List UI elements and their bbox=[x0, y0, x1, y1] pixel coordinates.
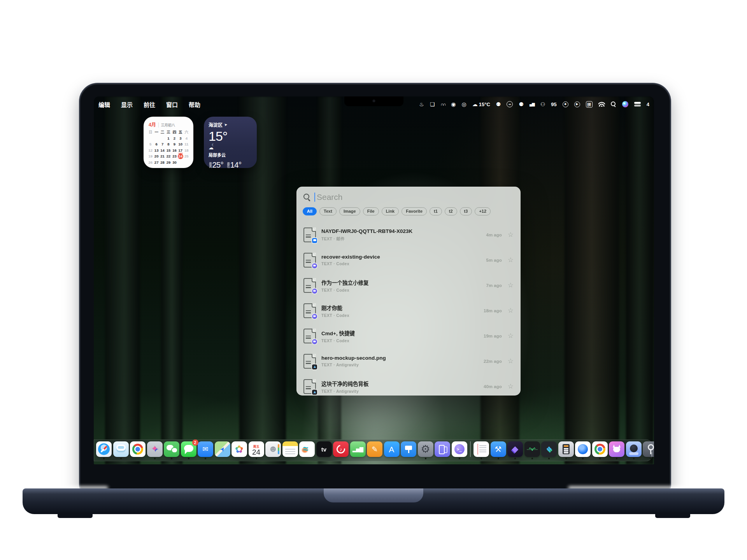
bed-icon[interactable]: ▄▆ bbox=[530, 102, 535, 106]
dock-item-ai-terminal[interactable]: >_ bbox=[452, 441, 467, 459]
calendar-date-30[interactable]: 30 bbox=[172, 160, 177, 165]
dock-item-pages[interactable]: ✎ bbox=[367, 441, 382, 459]
dock-item-wechat[interactable] bbox=[164, 441, 179, 459]
calendar-date-4[interactable]: 4 bbox=[184, 136, 189, 141]
calendar-date-7[interactable]: 7 bbox=[160, 142, 165, 147]
dock-item-mail[interactable]: ✉ bbox=[198, 441, 213, 459]
menu-item-5[interactable]: 帮助 bbox=[189, 100, 200, 108]
calendar-date-2[interactable]: 2 bbox=[172, 136, 177, 141]
wechat-status-icon[interactable]: ⚇ bbox=[540, 102, 545, 107]
dock-item-xcode[interactable]: ⚒ bbox=[491, 441, 506, 459]
search-result-row[interactable]: recover-existing-deviceTEXT · Codex5m ag… bbox=[296, 247, 521, 273]
search-result-row[interactable]: 这块干净的纯色背板TEXT · Antigravity40m ago☆ bbox=[296, 374, 521, 399]
calendar-date-8[interactable]: 8 bbox=[165, 142, 171, 147]
menu-item-3[interactable]: 前往 bbox=[144, 100, 155, 108]
calendar-date-24[interactable]: 24 bbox=[177, 154, 183, 159]
calendar-date-17[interactable]: 17 bbox=[177, 148, 183, 153]
dock-item-chrome-secondary[interactable] bbox=[592, 441, 608, 459]
siri-icon[interactable] bbox=[622, 101, 628, 107]
search-result-row[interactable]: 作为一个独立小修复TEXT · Codex7m ago☆ bbox=[296, 273, 521, 298]
calendar-date-14[interactable]: 14 bbox=[160, 148, 165, 153]
pinyin-input-icon[interactable]: 拼 bbox=[586, 101, 593, 108]
filter-chip-link[interactable]: Link bbox=[382, 207, 399, 215]
dock-item-keynote[interactable] bbox=[401, 441, 416, 459]
dock-item-textedit[interactable] bbox=[473, 441, 489, 459]
search-result-row[interactable]: hero-mockup-second.pngTEXT · Antigravity… bbox=[296, 348, 521, 374]
dock-item-app-store[interactable]: A bbox=[384, 441, 400, 459]
dock-item-safari[interactable] bbox=[96, 441, 112, 459]
filter-chip-t3[interactable]: t3 bbox=[460, 207, 472, 215]
calendar-date-28[interactable]: 28 bbox=[160, 160, 165, 165]
search-input[interactable] bbox=[317, 192, 514, 202]
dock-item-cat[interactable] bbox=[609, 441, 624, 459]
calendar-date-25[interactable]: 25 bbox=[184, 154, 189, 159]
dock-item-messages[interactable]: 2 bbox=[181, 441, 196, 459]
weather-widget[interactable]: 海淀区 ➤ 15° ☁ ☾ 局部多云 最高 25° 最低 14° bbox=[204, 117, 257, 168]
dock-item-clipboard[interactable]: ❖ bbox=[541, 441, 557, 459]
wifi-icon[interactable] bbox=[598, 102, 605, 107]
star-icon[interactable]: ☆ bbox=[508, 332, 514, 339]
calendar-date-29[interactable]: 29 bbox=[165, 160, 171, 165]
calendar-date-26[interactable]: 26 bbox=[147, 160, 153, 165]
filter-chip-text[interactable]: Text bbox=[319, 207, 337, 215]
calendar-date-22[interactable]: 22 bbox=[165, 154, 171, 159]
star-icon[interactable]: ☆ bbox=[508, 257, 514, 263]
adobe-cc-icon[interactable]: ∞ bbox=[507, 101, 513, 107]
star-icon[interactable]: ☆ bbox=[508, 358, 514, 364]
menu-item-2[interactable]: 显示 bbox=[121, 100, 133, 108]
star-icon[interactable]: ☆ bbox=[508, 307, 514, 314]
user-circle-icon[interactable]: ☻ bbox=[563, 102, 568, 107]
dock-item-numbers[interactable]: ▂▅▇ bbox=[350, 441, 366, 459]
clock-partial[interactable]: 4 bbox=[647, 102, 649, 107]
calendar-date-9[interactable]: 9 bbox=[172, 142, 177, 147]
dock-item-notes[interactable] bbox=[282, 441, 298, 459]
cat-icon[interactable]: ⚈ bbox=[519, 102, 524, 107]
calendar-date-11[interactable]: 11 bbox=[184, 142, 189, 147]
filter-chip-file[interactable]: File bbox=[363, 207, 379, 215]
calendar-date-5[interactable]: 5 bbox=[147, 142, 153, 147]
dock-item-calendar[interactable]: 周五24 bbox=[249, 441, 264, 459]
filter-chip-all[interactable]: All bbox=[303, 207, 317, 215]
dock-item-ai-robot[interactable] bbox=[113, 441, 129, 459]
swirl-icon[interactable]: ◎ bbox=[462, 102, 466, 107]
search-result-row[interactable]: NAYDF-IWRJ0-QQTTL-RBT94-X023KTEXT · 邮件4m… bbox=[296, 222, 521, 247]
search-icon[interactable] bbox=[611, 102, 616, 107]
dock-item-maps[interactable] bbox=[215, 441, 230, 459]
shutter-icon[interactable]: ◉ bbox=[451, 102, 456, 107]
calendar-date-1[interactable]: 1 bbox=[165, 136, 171, 141]
binoculars-icon[interactable]: ∩∩ bbox=[440, 102, 445, 107]
calendar-date-23[interactable]: 23 bbox=[172, 154, 177, 159]
pet-icon[interactable]: ⚉ bbox=[496, 102, 501, 107]
calendar-date-3[interactable]: 3 bbox=[177, 136, 183, 141]
dock-item-apple-tv[interactable]: tv bbox=[316, 441, 332, 459]
dock-item-obsidian[interactable]: ◆ bbox=[507, 441, 523, 459]
filter-chip-+12[interactable]: +12 bbox=[475, 207, 491, 215]
dock-item-netease-music[interactable]: ♪ bbox=[333, 441, 349, 459]
dock-item-settings[interactable]: ⚙ bbox=[418, 441, 433, 459]
search-result-row[interactable]: Cmd+, 快捷键TEXT · Codex19m ago☆ bbox=[296, 323, 521, 348]
dock-item-blue-browser[interactable] bbox=[575, 441, 591, 459]
dock-item-calculator[interactable] bbox=[558, 441, 574, 459]
star-icon[interactable]: ☆ bbox=[508, 282, 514, 289]
battery-percent[interactable]: 95 bbox=[551, 102, 556, 107]
calendar-date-6[interactable]: 6 bbox=[153, 142, 159, 147]
filter-chip-t1[interactable]: t1 bbox=[430, 207, 442, 215]
dock-item-freeform[interactable] bbox=[299, 441, 315, 459]
calendar-date-16[interactable]: 16 bbox=[172, 148, 177, 153]
dock-item-iphone-mirroring[interactable] bbox=[435, 441, 450, 459]
star-icon[interactable]: ☆ bbox=[508, 231, 514, 238]
dock-item-design-tool[interactable] bbox=[147, 441, 163, 459]
star-icon[interactable]: ☆ bbox=[508, 383, 514, 390]
dock-item-passwords[interactable] bbox=[643, 441, 654, 459]
calendar-date-27[interactable]: 27 bbox=[153, 160, 159, 165]
calendar-date-13[interactable]: 13 bbox=[153, 148, 159, 153]
dock-item-photos[interactable]: ✿ bbox=[231, 441, 247, 459]
filter-chip-image[interactable]: Image bbox=[339, 207, 360, 215]
calendar-date-12[interactable]: 12 bbox=[147, 148, 153, 153]
calendar-date-15[interactable]: 15 bbox=[165, 148, 171, 153]
control-center-icon[interactable] bbox=[634, 102, 641, 107]
calendar-date-10[interactable]: 10 bbox=[177, 142, 183, 147]
window-manager-icon[interactable]: ❏ bbox=[430, 102, 435, 107]
play-circle-icon[interactable]: ▶ bbox=[574, 102, 580, 107]
filter-chip-favorite[interactable]: Favorite bbox=[402, 207, 427, 215]
